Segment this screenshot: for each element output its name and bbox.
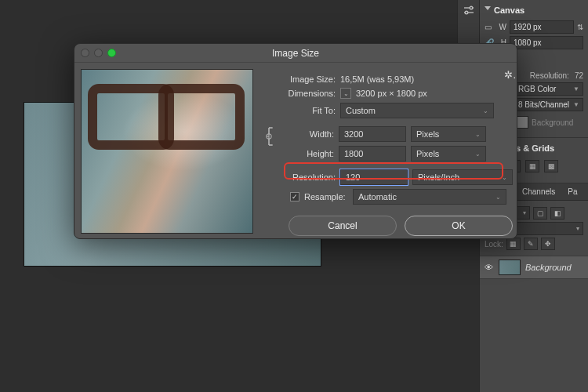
lock-position-icon[interactable]: ✥ bbox=[541, 238, 555, 250]
image-size-value: 16,5M (was 5,93M) bbox=[340, 74, 414, 84]
visibility-icon[interactable]: 👁 bbox=[485, 263, 494, 272]
dialog-title: Image Size bbox=[272, 48, 319, 59]
swap-icon[interactable]: ⇅ bbox=[577, 23, 583, 31]
image-size-label: Image Size: bbox=[263, 74, 336, 84]
fit-to-label: Fit To: bbox=[263, 106, 336, 115]
tab-paths[interactable]: Pa bbox=[561, 183, 583, 200]
gear-icon[interactable]: ✲. bbox=[504, 69, 516, 81]
layer-name[interactable]: Background bbox=[525, 263, 572, 272]
svg-point-3 bbox=[465, 11, 468, 14]
dialog-titlebar[interactable]: Image Size bbox=[74, 44, 517, 63]
resolution-label: Resolution: bbox=[263, 172, 336, 182]
width-input[interactable]: 3200 bbox=[339, 126, 406, 142]
lock-label: Lock: bbox=[485, 240, 503, 249]
color-mode-select[interactable]: RGB Color▼ bbox=[514, 82, 583, 96]
window-maximize-icon[interactable] bbox=[107, 49, 116, 57]
ok-button[interactable]: OK bbox=[405, 216, 513, 236]
canvas-panel-title: Canvas bbox=[494, 5, 524, 15]
lock-pixels-icon[interactable]: ✎ bbox=[524, 238, 538, 250]
pixel-grid-icon[interactable]: ▩ bbox=[544, 160, 558, 172]
canvas-w-label: W bbox=[497, 23, 506, 31]
canvas-panel-header[interactable]: Canvas bbox=[485, 3, 583, 18]
width-label: Width: bbox=[276, 129, 334, 139]
image-size-dialog: Image Size ✲. Image Size: 16,5M (was 5,9… bbox=[74, 43, 517, 239]
height-input[interactable]: 1800 bbox=[339, 146, 406, 162]
height-label: Height: bbox=[276, 149, 334, 158]
canvas-width-row: ▭ W 1920 px ⇅ bbox=[485, 20, 583, 34]
dialog-form: ✲. Image Size: 16,5M (was 5,93M) Dimensi… bbox=[259, 63, 524, 238]
resolution-input[interactable]: 120 bbox=[340, 169, 408, 185]
orientation-icon[interactable]: ▭ bbox=[485, 23, 494, 31]
svg-point-2 bbox=[470, 6, 473, 9]
fit-to-select[interactable]: Custom⌄ bbox=[340, 103, 494, 118]
guides-toggle-icon[interactable]: ▦ bbox=[525, 160, 539, 172]
width-unit-select[interactable]: Pixels⌄ bbox=[411, 126, 486, 142]
height-unit-select[interactable]: Pixels⌄ bbox=[411, 146, 486, 162]
window-close-icon[interactable] bbox=[81, 49, 89, 57]
filter-image-icon[interactable]: ▢ bbox=[533, 207, 547, 220]
canvas-res-value: 72 bbox=[575, 71, 583, 80]
fill-value: Background bbox=[532, 118, 573, 127]
layer-thumbnail[interactable] bbox=[499, 260, 521, 275]
lock-transparency-icon[interactable]: ▦ bbox=[506, 238, 521, 250]
constrain-proportions-icon[interactable] bbox=[263, 124, 276, 149]
resample-checkbox[interactable]: ✓ bbox=[290, 192, 299, 201]
preview-image bbox=[81, 69, 253, 234]
resample-label: Resample: bbox=[304, 192, 348, 201]
cancel-button[interactable]: Cancel bbox=[289, 216, 397, 236]
dialog-preview[interactable] bbox=[74, 63, 259, 238]
canvas-width-input[interactable]: 1920 px bbox=[510, 20, 574, 34]
filter-pixel-icon[interactable]: ◧ bbox=[550, 207, 564, 220]
dimensions-value: 3200 px × 1800 px bbox=[356, 89, 427, 98]
canvas-height-input[interactable]: 1080 px bbox=[510, 36, 583, 49]
resolution-unit-select[interactable]: Pixels/Inch⌄ bbox=[412, 169, 513, 185]
adjustments-icon[interactable] bbox=[458, 0, 480, 20]
canvas-res-label: Resolution: bbox=[530, 71, 569, 80]
bit-depth-select[interactable]: 8 Bits/Channel▼ bbox=[514, 98, 583, 111]
dimensions-label: Dimensions: bbox=[263, 89, 336, 98]
window-minimize-icon[interactable] bbox=[94, 49, 103, 57]
resample-method-select[interactable]: Automatic⌄ bbox=[353, 189, 506, 205]
chevron-down-icon bbox=[485, 6, 491, 10]
layer-row-background[interactable]: 👁 Background bbox=[480, 256, 588, 279]
dimensions-unit-toggle[interactable]: ⌄ bbox=[340, 88, 351, 99]
